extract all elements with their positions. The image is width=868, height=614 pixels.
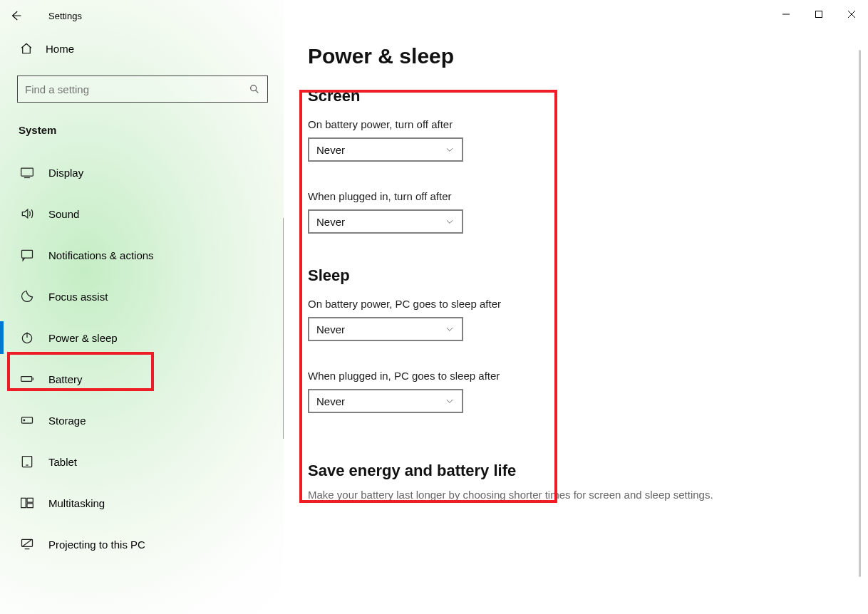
dropdown-value: Never: [316, 144, 345, 156]
nav-list: Display Sound Notifications & actions Fo…: [0, 152, 284, 565]
svg-point-4: [251, 85, 257, 91]
back-arrow-icon: [9, 9, 22, 22]
multitasking-icon: [20, 496, 34, 510]
sidebar-item-focus-assist[interactable]: Focus assist: [0, 276, 284, 317]
sidebar-item-label: Power & sleep: [48, 332, 118, 344]
battery-icon: [20, 372, 34, 386]
save-energy-heading: Save energy and battery life: [308, 462, 844, 480]
sidebar-item-label: Storage: [48, 415, 86, 427]
maximize-button[interactable]: [802, 3, 835, 26]
maximize-icon: [815, 10, 823, 19]
close-icon: [847, 10, 856, 19]
screen-plugged-label: When plugged in, turn off after: [308, 190, 844, 202]
sidebar-item-tablet[interactable]: Tablet: [0, 441, 284, 482]
search-input[interactable]: [25, 83, 249, 95]
dropdown-value: Never: [316, 323, 345, 335]
svg-rect-8: [22, 250, 33, 258]
sidebar-item-label: Battery: [48, 373, 83, 385]
focus-assist-icon: [20, 289, 34, 303]
svg-rect-17: [21, 498, 26, 507]
minimize-icon: [782, 10, 790, 19]
svg-rect-1: [816, 11, 822, 18]
svg-rect-11: [21, 377, 32, 382]
sleep-plugged-dropdown[interactable]: Never: [308, 389, 463, 413]
sidebar-item-label: Tablet: [48, 456, 77, 468]
sidebar-content: Home System Display Sound Notificat: [0, 0, 284, 614]
save-energy-desc: Make your battery last longer by choosin…: [308, 487, 844, 502]
sound-icon: [20, 207, 34, 221]
dropdown-value: Never: [316, 216, 345, 228]
display-icon: [20, 165, 34, 179]
sleep-plugged-label: When plugged in, PC goes to sleep after: [308, 370, 844, 382]
home-icon: [20, 42, 33, 55]
dropdown-value: Never: [316, 395, 345, 407]
main-content: Power & sleep Screen On battery power, t…: [284, 0, 868, 614]
titlebar: Settings: [0, 0, 868, 31]
close-button[interactable]: [835, 3, 868, 26]
sleep-battery-label: On battery power, PC goes to sleep after: [308, 298, 844, 310]
page-title: Power & sleep: [308, 44, 844, 68]
chevron-down-icon: [445, 145, 455, 155]
tablet-icon: [20, 454, 34, 469]
sidebar-item-projecting[interactable]: Projecting to this PC: [0, 524, 284, 565]
screen-battery-label: On battery power, turn off after: [308, 118, 844, 130]
svg-rect-6: [21, 168, 33, 176]
sleep-heading: Sleep: [308, 266, 844, 285]
screen-plugged-dropdown[interactable]: Never: [308, 209, 463, 234]
sidebar-item-storage[interactable]: Storage: [0, 400, 284, 441]
section-heading: System: [19, 124, 284, 136]
sidebar-item-label: Sound: [48, 208, 79, 220]
notifications-icon: [20, 248, 34, 262]
sidebar-item-battery[interactable]: Battery: [0, 358, 284, 400]
home-nav[interactable]: Home: [0, 31, 284, 66]
sidebar-item-multitasking[interactable]: Multitasking: [0, 482, 284, 524]
sidebar-item-display[interactable]: Display: [0, 152, 284, 193]
sidebar-item-power-sleep[interactable]: Power & sleep: [0, 317, 284, 358]
sidebar-item-label: Focus assist: [48, 291, 108, 303]
sidebar-item-label: Projecting to this PC: [48, 538, 145, 551]
home-label: Home: [46, 43, 74, 55]
sidebar-item-label: Display: [48, 167, 83, 179]
svg-rect-18: [27, 498, 33, 502]
sidebar-item-notifications[interactable]: Notifications & actions: [0, 234, 284, 276]
sidebar-item-label: Notifications & actions: [48, 249, 154, 261]
svg-point-14: [24, 420, 25, 421]
sidebar-item-sound[interactable]: Sound: [0, 193, 284, 234]
chevron-down-icon: [445, 324, 455, 334]
chevron-down-icon: [445, 396, 455, 406]
svg-rect-19: [27, 504, 33, 508]
sleep-battery-dropdown[interactable]: Never: [308, 317, 463, 341]
back-button[interactable]: [0, 0, 31, 31]
window-title: Settings: [48, 11, 82, 21]
svg-line-5: [256, 90, 259, 93]
chevron-down-icon: [445, 217, 455, 227]
projecting-icon: [20, 537, 34, 551]
power-icon: [20, 331, 34, 345]
search-box[interactable]: [17, 76, 268, 103]
screen-heading: Screen: [308, 87, 844, 105]
minimize-button[interactable]: [770, 3, 802, 26]
screen-battery-dropdown[interactable]: Never: [308, 137, 463, 162]
sidebar-item-label: Multitasking: [48, 497, 105, 509]
storage-icon: [20, 413, 34, 427]
search-icon: [249, 83, 260, 95]
